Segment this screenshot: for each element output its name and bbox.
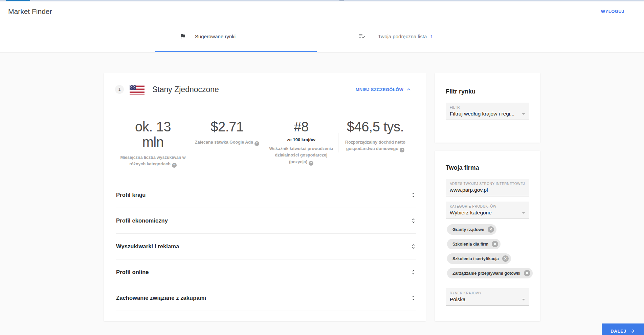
help-icon[interactable]: ? xyxy=(400,148,404,152)
section-label: Profil online xyxy=(116,269,149,275)
field-value: Filtruj według krajów i regi... xyxy=(450,111,514,117)
playlist-check-icon xyxy=(358,33,365,40)
chip-government-grants: Granty rządowe ✕ xyxy=(447,224,496,235)
rank-badge: 1 xyxy=(115,85,124,94)
field-label: FILTR xyxy=(450,106,525,109)
help-icon[interactable]: ? xyxy=(254,141,259,146)
stat-ads-bid: $2.71 Zalecana stawka Google Ads? xyxy=(190,119,264,168)
stat-household-income: $46,5 tys. Rozporządzalny dochód netto g… xyxy=(338,119,412,168)
less-details-toggle[interactable]: MNIEJ SZCZEGÓŁÓW xyxy=(356,86,412,93)
page-title: Market Finder xyxy=(8,7,52,16)
chip-training-certification: Szkolenia i certyfikacja ✕ xyxy=(447,253,511,264)
market-filter-select[interactable]: FILTR Filtruj według krajów i regi... xyxy=(446,103,529,120)
company-card-title: Twoja firma xyxy=(446,164,529,171)
tab-shortlist[interactable]: Twoja podręczna lista 1 xyxy=(358,21,433,51)
country-name: Stany Zjednoczone xyxy=(152,85,219,94)
app-header: Market Finder WYLOGUJ xyxy=(0,2,644,21)
tab-bar: Sugerowane rynki Twoja podręczna lista 1 xyxy=(0,21,644,53)
page-background: 1 St xyxy=(0,53,644,335)
field-label: KATEGORIE PRODUKTÓW xyxy=(450,205,525,208)
chevron-up-icon xyxy=(405,86,412,93)
your-company-card: Twoja firma ADRES TWOJEJ STRONY INTERNET… xyxy=(435,151,540,321)
stat-monthly-searches: ok. 13 mln Miesięczna liczba wyszukiwań … xyxy=(116,119,190,168)
stat-value: #8 xyxy=(264,119,338,134)
section-label: Wyszukiwarki i reklama xyxy=(116,243,179,250)
stat-caption: Wskaźnik łatwości prowadzenia działalnoś… xyxy=(269,146,333,164)
section-online-profile[interactable]: Profil online xyxy=(116,259,416,285)
unfold-more-icon xyxy=(410,218,416,224)
tab-label: Sugerowane rynki xyxy=(195,34,236,39)
market-stats-row: ok. 13 mln Miesięczna liczba wyszukiwań … xyxy=(116,119,412,168)
detail-sections: Profil kraju Profil ekonomiczny Wyszukiw… xyxy=(116,182,416,311)
chip-business-training: Szkolenia dla firm ✕ xyxy=(447,239,501,249)
chip-label: Szkolenia dla firm xyxy=(452,242,488,247)
browser-edge-gray-segment xyxy=(339,0,344,1)
tab-suggested-markets[interactable]: Sugerowane rynki xyxy=(179,21,236,51)
browser-edge-strip xyxy=(0,0,644,1)
remove-chip-icon[interactable]: ✕ xyxy=(492,241,498,247)
stat-subvalue: ze 190 krajów xyxy=(264,137,338,142)
chip-label: Szkolenia i certyfikacja xyxy=(452,256,499,261)
website-field[interactable]: ADRES TWOJEJ STRONY INTERNETOWEJ www.par… xyxy=(446,179,529,196)
stat-caption: Rozporządzalny dochód netto gospodarstwa… xyxy=(345,140,405,151)
tab-count-badge: 1 xyxy=(430,34,433,39)
market-card-united-states: 1 St xyxy=(104,73,426,321)
next-button[interactable]: DALEJ xyxy=(602,323,644,335)
stat-value: $46,5 tys. xyxy=(338,119,412,134)
filter-card-title: Filtr rynku xyxy=(446,88,529,95)
website-value: www.parp.gov.pl xyxy=(450,187,488,193)
section-label: Zachowanie związane z zakupami xyxy=(116,295,206,301)
arrow-forward-icon xyxy=(630,329,635,334)
category-chips: Granty rządowe ✕ Szkolenia dla firm ✕ Sz… xyxy=(447,224,529,278)
unfold-more-icon xyxy=(410,295,416,301)
section-search-and-ads[interactable]: Wyszukiwarki i reklama xyxy=(116,234,416,259)
next-button-label: DALEJ xyxy=(610,329,626,334)
stat-value: ok. 13 mln xyxy=(128,119,178,150)
section-purchase-behaviour[interactable]: Zachowanie związane z zakupami xyxy=(116,285,416,311)
market-finder-page: Market Finder WYLOGUJ Sugerowane rynki T… xyxy=(0,0,644,335)
unfold-more-icon xyxy=(410,192,416,198)
logout-link[interactable]: WYLOGUJ xyxy=(601,9,624,14)
help-icon[interactable]: ? xyxy=(172,163,177,168)
remove-chip-icon[interactable]: ✕ xyxy=(488,226,494,233)
section-country-profile[interactable]: Profil kraju xyxy=(116,182,416,208)
market-filter-card: Filtr rynku FILTR Filtruj według krajów … xyxy=(435,73,540,143)
chip-cash-flow-management: Zarządzanie przepływami gotówki ✕ xyxy=(447,268,533,278)
dropdown-caret-icon xyxy=(522,113,525,115)
chip-label: Zarządzanie przepływami gotówki xyxy=(452,271,520,276)
country-header-row: 1 St xyxy=(115,84,412,95)
section-label: Profil ekonomiczny xyxy=(116,217,168,224)
remove-chip-icon[interactable]: ✕ xyxy=(502,255,509,262)
tab-label: Twoja podręczna lista xyxy=(378,34,427,39)
chip-label: Granty rządowe xyxy=(452,227,484,232)
product-categories-select[interactable]: KATEGORIE PRODUKTÓW Wybierz kategorie xyxy=(446,202,529,219)
less-details-label: MNIEJ SZCZEGÓŁÓW xyxy=(356,87,403,92)
section-label: Profil kraju xyxy=(116,192,146,198)
active-tab-indicator xyxy=(155,51,317,52)
help-icon[interactable]: ? xyxy=(309,161,313,166)
section-economic-profile[interactable]: Profil ekonomiczny xyxy=(116,208,416,234)
field-label: RYNEK KRAJOWY xyxy=(450,291,525,295)
field-label: ADRES TWOJEJ STRONY INTERNETOWEJ xyxy=(450,182,525,186)
browser-edge-blue-segment xyxy=(6,0,30,1)
remove-chip-icon[interactable]: ✕ xyxy=(524,270,530,276)
dropdown-caret-icon xyxy=(522,299,525,300)
field-value: Polska xyxy=(450,296,466,302)
stat-value: $2.71 xyxy=(190,119,264,134)
stat-ease-of-business: #8 ze 190 krajów Wskaźnik łatwości prowa… xyxy=(264,119,338,168)
field-value: Wybierz kategorie xyxy=(450,210,492,216)
dropdown-caret-icon xyxy=(522,212,525,214)
unfold-more-icon xyxy=(410,269,416,275)
unfold-more-icon xyxy=(410,244,416,249)
us-flag-icon xyxy=(130,85,145,95)
stat-caption: Zalecana stawka Google Ads xyxy=(195,140,253,145)
flag-icon xyxy=(179,33,186,40)
home-market-select[interactable]: RYNEK KRAJOWY Polska xyxy=(446,288,529,306)
